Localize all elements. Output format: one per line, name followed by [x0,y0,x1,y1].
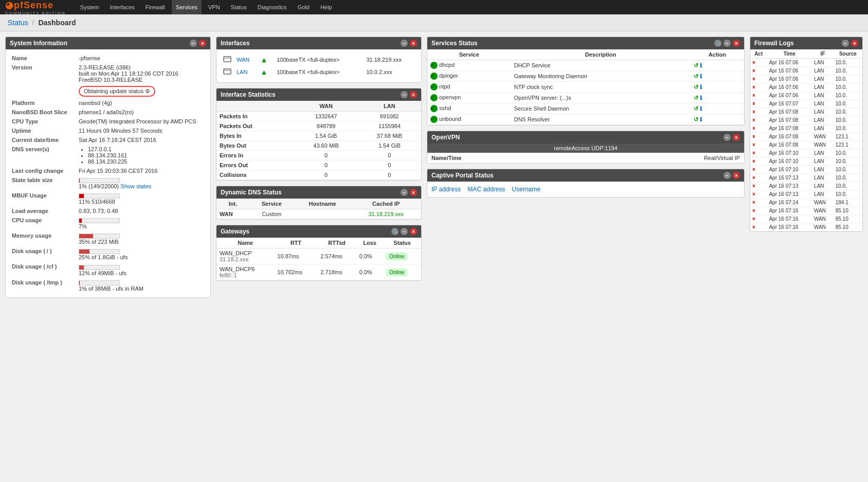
value-uptime: 11 Hours 09 Minutes 57 Seconds [77,126,206,135]
svc-desc-sshd: Secure Shell Daemon [511,103,690,114]
gw-row-2: WAN_DHCP6fe80::1 10.702ms 2.718ms 0.0% O… [216,264,421,280]
value-cpu-type: Geode(TM) Integrated Processor by AMD PC… [77,117,206,126]
svc-refresh-dpinger[interactable]: ↺ [694,73,698,79]
nav-system[interactable]: System [76,0,103,14]
system-info-close[interactable]: × [199,40,206,47]
firewall-log-row: × Apr 16 07:14 WAN 184.1 [750,199,862,207]
label-cpu: CPU usage [10,216,77,231]
value-load: 0.83, 0.73, 0.48 [77,206,206,216]
nav-interfaces[interactable]: Interfaces [106,0,139,14]
svc-refresh-dhcpd[interactable]: ↺ [694,62,698,68]
gateways-close[interactable]: × [410,228,417,235]
fw-source: 10.0. [834,124,862,133]
breadcrumb: Status / Dashboard [0,14,868,31]
fw-if: LAN [812,157,834,166]
interfaces-close[interactable]: × [410,40,417,47]
value-last-config: Fri Apr 15 20:03:36 CEST 2016 [77,166,206,175]
row-version: Version 2.3-RELEASE (i386) built on Mon … [10,63,206,84]
label-nanobsd: NanoBSD Boot Slice [10,108,77,117]
nav-firewall[interactable]: Firewall [141,0,169,14]
gw-col-status: Status [383,238,421,248]
nav-diagnostics[interactable]: Diagnostics [254,0,291,14]
svc-refresh-ntpd[interactable]: ↺ [694,84,698,90]
nav-help[interactable]: Help [316,0,336,14]
dns-2: 88.134.230.161 [88,152,204,158]
iface-wan-name[interactable]: WAN [234,53,258,66]
svc-info-openvpn[interactable]: ℹ [700,95,702,101]
captive-portal-ip-link[interactable]: IP address [431,186,461,193]
iface-lan-name[interactable]: LAN [234,66,258,78]
openvpn-minimize[interactable]: − [724,134,731,141]
stats-wan-collisions: 0 [294,170,357,180]
row-uptime: Uptime 11 Hours 09 Minutes 57 Seconds [10,126,206,135]
firewall-log-row: × Apr 16 07:08 WAN 123.1 [750,133,862,141]
fw-if: LAN [812,92,834,100]
svc-info-ntpd[interactable]: ℹ [700,84,702,90]
mbuf-bar [79,194,84,198]
firewall-log-row: × Apr 16 07:13 LAN 10.0. [750,174,862,182]
captive-portal-mac-link[interactable]: MAC address [468,186,505,193]
nav-services[interactable]: Services [172,0,202,14]
mem-bar [79,234,93,238]
gw-col-loss: Loss [356,238,383,248]
svc-name-sshd: ✓ sshd [427,103,511,114]
fw-if: LAN [812,166,834,174]
services-wrench[interactable]: 🔧 [714,40,721,47]
svc-refresh-sshd[interactable]: ↺ [694,105,698,112]
svc-info-dpinger[interactable]: ℹ [700,73,702,79]
value-update: Obtaining update status ⚙ [77,84,206,98]
svc-refresh-unbound[interactable]: ↺ [694,116,698,122]
system-info-minimize[interactable]: − [190,40,197,47]
cpu-bar-container [79,218,120,223]
dynamic-dns-minimize[interactable]: − [401,189,408,196]
svc-action-dhcpd: ↺ ℹ [691,60,744,71]
nav-vpn[interactable]: VPN [204,0,224,14]
fw-source: 10.0. [834,100,862,108]
services-close[interactable]: × [733,40,740,47]
firewall-log-row: × Apr 16 07:16 WAN 85.10 [750,207,862,215]
value-mbuf: 11% 510/4668 [77,191,206,206]
fw-source: 85.10 [834,207,862,215]
interface-stats-close[interactable]: × [410,91,417,98]
stats-wan-pkt-in: 1332647 [294,112,357,121]
svc-row-sshd: ✓ sshd Secure Shell Daemon ↺ ℹ [427,103,744,114]
fw-time: Apr 16 07:16 [767,215,812,223]
fw-act: × [750,182,767,190]
disk-tmp-bar-container [79,280,120,285]
svc-info-unbound[interactable]: ℹ [700,116,702,122]
nav-items: System Interfaces Firewall Services VPN … [76,0,863,14]
fw-source: 85.10 [834,223,862,231]
gear-icon[interactable]: ⚙ [145,88,150,94]
dynamic-dns-close[interactable]: × [410,189,417,196]
interfaces-minimize[interactable]: − [401,40,408,47]
fw-source: 10.0. [834,67,862,75]
fw-if: WAN [812,199,834,207]
dns-1: 127.0.0.1 [88,146,204,152]
svc-info-sshd[interactable]: ℹ [700,105,702,112]
gateways-wrench[interactable]: 🔧 [391,228,399,235]
main-content: System Information − × Name -pfsense Ver… [0,31,868,308]
svc-info-dhcpd[interactable]: ℹ [700,62,702,68]
interface-stats-minimize[interactable]: − [401,91,408,98]
fw-time: Apr 16 07:06 [767,59,812,67]
fw-source: 85.10 [834,215,862,223]
label-last-config: Last config change [10,166,77,175]
stats-wan-bytes-in: 1.54 GiB [294,131,357,141]
disk-tmp-bar [79,281,80,285]
services-minimize[interactable]: − [724,40,731,47]
nav-status[interactable]: Status [227,0,251,14]
firewall-logs-close[interactable]: × [851,40,858,47]
svc-refresh-openvpn[interactable]: ↺ [694,95,698,101]
fw-source: 10.0. [834,59,862,67]
firewall-logs-minimize[interactable]: − [842,40,849,47]
fw-col-time: Time [767,49,812,59]
captive-portal-close[interactable]: × [733,172,740,179]
show-states-link[interactable]: Show states [120,183,151,189]
captive-portal-minimize[interactable]: − [724,172,731,179]
captive-portal-user-link[interactable]: Username [512,186,540,193]
gateways-minimize[interactable]: − [401,228,408,235]
nav-gold[interactable]: Gold [294,0,314,14]
breadcrumb-parent[interactable]: Status [8,19,28,27]
openvpn-close[interactable]: × [733,134,740,141]
value-cpu: 7% [77,216,206,231]
